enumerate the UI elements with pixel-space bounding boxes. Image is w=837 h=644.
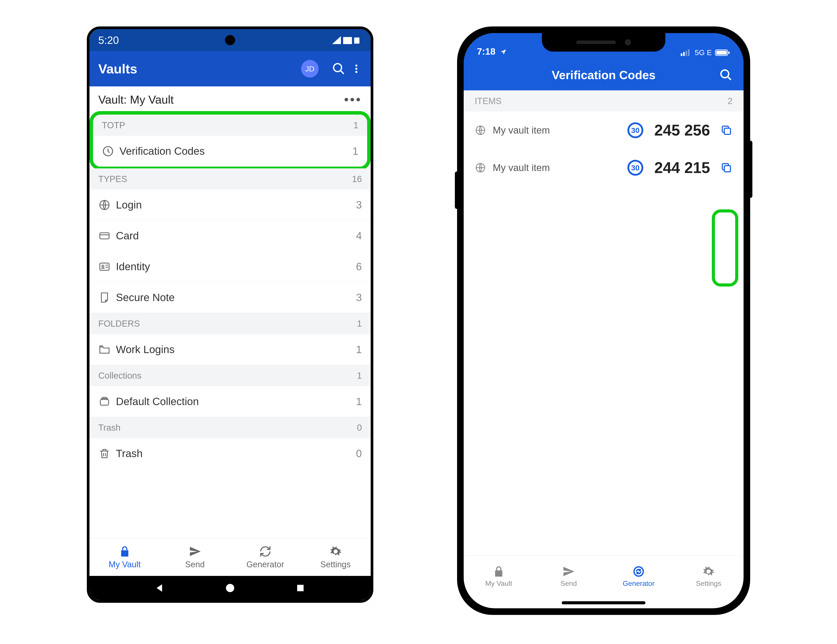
nav-generator[interactable]: Generator <box>604 555 674 597</box>
row-identity[interactable]: Identity 6 <box>89 251 371 282</box>
android-appbar: Vaults JD <box>89 51 371 86</box>
nav-label: Settings <box>320 560 351 569</box>
section-count: 1 <box>357 319 362 329</box>
nav-label: My Vault <box>485 580 512 588</box>
row-secure-note[interactable]: Secure Note 3 <box>89 282 371 313</box>
svg-point-28 <box>634 567 643 576</box>
section-title: TOTP <box>102 120 125 130</box>
row-label: Default Collection <box>116 395 356 407</box>
iphone-frame: 7:18 5G E Verification Codes ITEMS 2 <box>457 26 750 615</box>
nav-settings[interactable]: Settings <box>300 539 371 576</box>
row-count: 4 <box>356 230 362 242</box>
avatar[interactable]: JD <box>301 60 319 77</box>
statusbar-right: 5G E <box>681 48 730 57</box>
collection-icon <box>98 395 116 408</box>
svg-point-13 <box>226 584 234 592</box>
front-camera <box>625 39 631 45</box>
android-statusbar: 5:20 <box>89 29 371 51</box>
home-indicator[interactable] <box>464 597 743 608</box>
svg-rect-15 <box>681 53 682 56</box>
search-icon[interactable] <box>332 62 346 76</box>
section-header-collections: Collections 1 <box>89 365 371 386</box>
totp-item-row[interactable]: My vault item 30 245 256 <box>464 112 743 149</box>
appbar-title: Vaults <box>98 61 301 77</box>
section-title: FOLDERS <box>98 319 140 329</box>
svg-point-5 <box>355 71 358 73</box>
card-icon <box>98 230 116 242</box>
section-header-trash: Trash 0 <box>89 417 371 438</box>
nav-generator[interactable]: Generator <box>230 539 300 576</box>
totp-highlight-box: TOTP 1 Verification Codes 1 <box>89 111 371 170</box>
ios-appbar: Verification Codes <box>464 59 743 90</box>
svg-rect-18 <box>688 49 689 56</box>
item-name: My vault item <box>493 162 621 173</box>
nav-my-vault[interactable]: My Vault <box>89 539 160 576</box>
section-header-types: TYPES 16 <box>89 168 371 189</box>
row-verification-codes[interactable]: Verification Codes 1 <box>93 136 367 167</box>
globe-icon <box>98 199 116 211</box>
row-label: Login <box>116 199 356 211</box>
item-name: My vault item <box>493 125 621 136</box>
nav-send[interactable]: Send <box>534 555 604 597</box>
row-count: 3 <box>356 291 362 304</box>
section-title: Collections <box>98 371 141 381</box>
globe-icon <box>475 125 486 136</box>
home-softkey-icon[interactable] <box>225 583 236 593</box>
svg-rect-16 <box>683 52 685 56</box>
svg-rect-17 <box>686 51 687 56</box>
svg-rect-0 <box>354 38 359 44</box>
nav-label: Settings <box>696 580 721 588</box>
android-softkeys <box>89 576 371 600</box>
recents-softkey-icon[interactable] <box>295 583 306 593</box>
row-count: 1 <box>352 145 358 157</box>
iphone-screen: 7:18 5G E Verification Codes ITEMS 2 <box>464 33 743 608</box>
network-label: 5G E <box>695 48 712 57</box>
totp-code: 245 256 <box>654 122 710 139</box>
statusbar-right-icons <box>331 35 362 45</box>
copy-icon[interactable] <box>720 161 732 174</box>
clock-icon <box>102 145 120 158</box>
section-count: 16 <box>352 174 362 184</box>
svg-point-4 <box>355 68 358 70</box>
svg-point-1 <box>334 64 341 72</box>
section-count: 2 <box>728 96 732 106</box>
row-label: Verification Codes <box>120 145 352 157</box>
svg-rect-25 <box>724 128 730 135</box>
section-title: Trash <box>98 423 121 433</box>
row-work-logins[interactable]: Work Logins 1 <box>89 334 371 365</box>
svg-point-3 <box>355 64 358 67</box>
row-count: 6 <box>356 261 362 273</box>
appbar-title: Verification Codes <box>551 68 655 82</box>
row-count: 1 <box>356 343 362 355</box>
nav-settings[interactable]: Settings <box>674 555 744 597</box>
nav-my-vault[interactable]: My Vault <box>464 555 534 597</box>
row-count: 3 <box>356 199 362 211</box>
row-count: 1 <box>356 395 362 407</box>
row-card[interactable]: Card 4 <box>89 220 371 251</box>
speaker <box>576 41 616 44</box>
row-count: 0 <box>356 447 362 460</box>
row-default-collection[interactable]: Default Collection 1 <box>89 386 371 417</box>
nav-send[interactable]: Send <box>160 539 230 576</box>
ios-bottomnav: My Vault Send Generator Settings <box>464 555 743 597</box>
code-timer: 30 <box>627 122 643 138</box>
overflow-menu-icon[interactable] <box>351 62 362 76</box>
section-count: 1 <box>353 120 358 130</box>
svg-rect-10 <box>100 263 109 270</box>
nav-label: Generator <box>246 560 284 569</box>
more-icon[interactable]: ••• <box>344 92 362 107</box>
android-phone-frame: 5:20 Vaults JD Vault: My Vault ••• TOTP … <box>87 26 373 603</box>
row-trash[interactable]: Trash 0 <box>89 438 371 469</box>
folder-icon <box>98 343 116 356</box>
statusbar-time: 5:20 <box>98 34 119 46</box>
search-icon[interactable] <box>719 68 732 82</box>
row-login[interactable]: Login 3 <box>89 189 371 220</box>
row-label: Identity <box>116 261 356 273</box>
totp-item-row[interactable]: My vault item 30 244 215 <box>464 149 743 186</box>
copy-icon[interactable] <box>720 124 732 136</box>
id-icon <box>98 261 116 273</box>
nav-label: Send <box>560 580 577 588</box>
vault-header-row[interactable]: Vault: My Vault ••• <box>89 86 371 113</box>
back-softkey-icon[interactable] <box>154 583 165 593</box>
section-count: 1 <box>357 371 362 381</box>
